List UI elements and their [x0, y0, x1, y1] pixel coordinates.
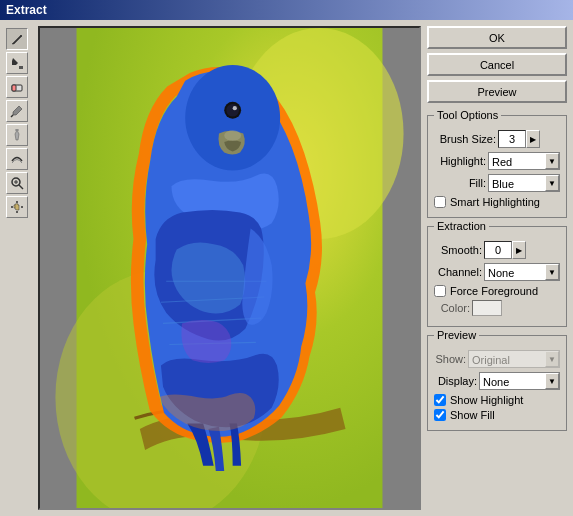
edge-touchup-tool[interactable]	[6, 148, 28, 170]
show-highlight-checkbox[interactable]	[434, 394, 446, 406]
edge-touchup-icon	[10, 152, 24, 166]
preview-group: Preview Show: Original ▼ Display: None ▼…	[427, 335, 567, 431]
color-picker[interactable]	[472, 300, 502, 316]
show-dropdown-arrow[interactable]: ▼	[545, 351, 559, 367]
eraser-icon	[10, 80, 24, 94]
canvas-area[interactable]	[38, 26, 421, 510]
eyedropper-tool[interactable]	[6, 100, 28, 122]
zoom-icon	[10, 176, 24, 190]
brush-size-input-group: ▶	[498, 130, 540, 148]
svg-point-15	[226, 104, 239, 117]
svg-point-16	[233, 106, 237, 110]
svg-rect-3	[12, 85, 16, 91]
cleanup-icon	[10, 128, 24, 142]
brush-size-label: Brush Size:	[434, 133, 496, 145]
show-dropdown[interactable]: Original ▼	[468, 350, 560, 368]
force-foreground-checkbox[interactable]	[434, 285, 446, 297]
action-buttons: OK Cancel Preview	[427, 26, 567, 103]
highlight-dropdown-arrow[interactable]: ▼	[545, 153, 559, 169]
display-row: Display: None ▼	[434, 372, 560, 390]
pan-tool[interactable]	[6, 196, 28, 218]
svg-line-4	[11, 115, 13, 117]
display-label: Display:	[434, 375, 477, 387]
force-foreground-label: Force Foreground	[450, 285, 538, 297]
highlight-value: Red	[489, 153, 545, 169]
highlight-row: Highlight: Red ▼	[434, 152, 560, 170]
edge-highlighter-tool[interactable]	[6, 28, 28, 50]
eraser-tool[interactable]	[6, 76, 28, 98]
smart-highlighting-row: Smart Highlighting	[434, 196, 560, 208]
brush-size-increment[interactable]: ▶	[526, 130, 540, 148]
show-highlight-row: Show Highlight	[434, 394, 560, 406]
smooth-increment[interactable]: ▶	[512, 241, 526, 259]
cancel-button[interactable]: Cancel	[427, 53, 567, 76]
tool-options-group: Tool Options Brush Size: ▶ Highlight: Re…	[427, 115, 567, 218]
color-label: Color:	[434, 302, 470, 314]
fill-dropdown-arrow[interactable]: ▼	[545, 175, 559, 191]
channel-value: None	[485, 264, 545, 280]
extraction-group: Extraction Smooth: ▶ Channel: None ▼ For…	[427, 226, 567, 327]
smooth-row: Smooth: ▶	[434, 241, 560, 259]
channel-label: Channel:	[434, 266, 482, 278]
preview-group-label: Preview	[434, 329, 479, 341]
display-dropdown[interactable]: None ▼	[479, 372, 560, 390]
title-bar: Extract	[0, 0, 573, 20]
fill-value: Blue	[489, 175, 545, 191]
ok-button[interactable]: OK	[427, 26, 567, 49]
tool-options-label: Tool Options	[434, 109, 501, 121]
display-dropdown-arrow[interactable]: ▼	[545, 373, 559, 389]
fill-row: Fill: Blue ▼	[434, 174, 560, 192]
show-label: Show:	[434, 353, 466, 365]
smart-highlighting-label: Smart Highlighting	[450, 196, 540, 208]
brush-size-row: Brush Size: ▶	[434, 130, 560, 148]
channel-dropdown[interactable]: None ▼	[484, 263, 560, 281]
show-fill-label: Show Fill	[450, 409, 495, 421]
cleanup-tool[interactable]	[6, 124, 28, 146]
toolbar	[6, 26, 32, 510]
display-value: None	[480, 373, 545, 389]
fill-icon	[10, 56, 24, 70]
smooth-input[interactable]	[484, 241, 512, 259]
edge-highlighter-icon	[10, 32, 24, 46]
smart-highlighting-checkbox[interactable]	[434, 196, 446, 208]
channel-row: Channel: None ▼	[434, 263, 560, 281]
force-foreground-row: Force Foreground	[434, 285, 560, 297]
title-label: Extract	[6, 3, 47, 17]
fill-tool[interactable]	[6, 52, 28, 74]
fill-label: Fill:	[434, 177, 486, 189]
show-row: Show: Original ▼	[434, 350, 560, 368]
channel-dropdown-arrow[interactable]: ▼	[545, 264, 559, 280]
right-panel: OK Cancel Preview Tool Options Brush Siz…	[427, 26, 567, 510]
show-highlight-label: Show Highlight	[450, 394, 523, 406]
svg-line-7	[19, 185, 23, 189]
zoom-tool[interactable]	[6, 172, 28, 194]
extraction-label: Extraction	[434, 220, 489, 232]
svg-point-5	[15, 129, 19, 131]
preview-button[interactable]: Preview	[427, 80, 567, 103]
smooth-input-group: ▶	[484, 241, 526, 259]
smooth-label: Smooth:	[434, 244, 482, 256]
parrot-image	[40, 28, 419, 508]
color-row: Color:	[434, 300, 560, 316]
show-fill-checkbox[interactable]	[434, 409, 446, 421]
highlight-dropdown[interactable]: Red ▼	[488, 152, 560, 170]
fill-dropdown[interactable]: Blue ▼	[488, 174, 560, 192]
brush-size-input[interactable]	[498, 130, 526, 148]
highlight-label: Highlight:	[434, 155, 486, 167]
pan-icon	[10, 200, 24, 214]
svg-point-17	[224, 130, 241, 141]
show-fill-row: Show Fill	[434, 409, 560, 421]
show-value: Original	[469, 351, 545, 367]
eyedropper-icon	[10, 104, 24, 118]
svg-rect-1	[19, 66, 23, 69]
